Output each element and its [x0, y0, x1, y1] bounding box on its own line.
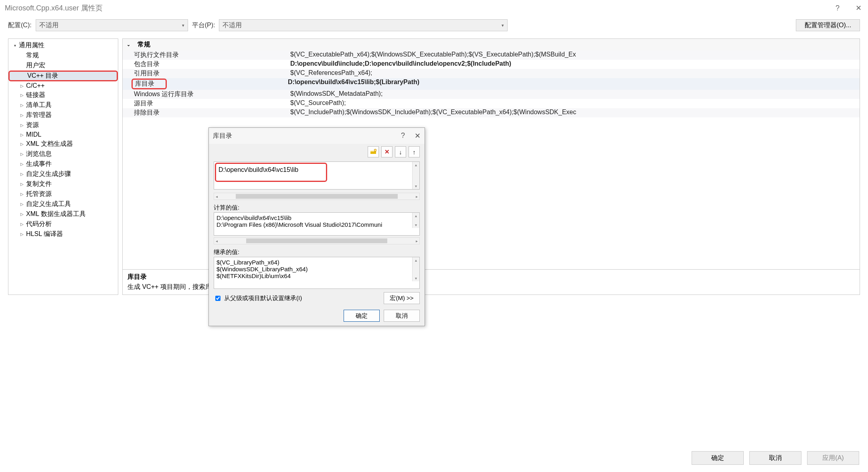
tree-root-label: 通用属性 — [19, 41, 45, 50]
inherit-row: 从父级或项目默认设置继承(I) 宏(M) >> — [214, 292, 420, 304]
inherited-line: $(WindowsSDK_LibraryPath_x64) — [216, 266, 417, 272]
tree-item-label: 复制文件 — [26, 180, 52, 188]
tree-item[interactable]: ▷HLSL 编译器 — [8, 229, 118, 239]
move-down-button[interactable]: ↓ — [395, 146, 406, 157]
config-value: 不适用 — [39, 21, 59, 30]
triangle-right-icon: ▷ — [20, 162, 24, 166]
modal-ok-button[interactable]: 确定 — [344, 310, 380, 322]
tree-item-label: 代码分析 — [26, 220, 52, 228]
close-icon[interactable]: ✕ — [854, 4, 863, 12]
modal-controls: ? ✕ — [401, 131, 421, 140]
close-icon[interactable]: ✕ — [415, 131, 421, 140]
tree-item[interactable]: ▷XML 文档生成器 — [8, 139, 118, 149]
scroll-thumb[interactable] — [236, 194, 397, 199]
inherited-label: 继承的值: — [214, 248, 420, 256]
tree-item[interactable]: ▷清单工具 — [8, 100, 118, 110]
grid-key: 包含目录 — [134, 60, 290, 69]
scroll-left-icon: ◂ — [216, 239, 218, 243]
delete-button[interactable]: ✕ — [381, 146, 393, 157]
tree-item-label: 自定义生成步骤 — [26, 170, 71, 178]
tree-item[interactable]: ▷链接器 — [8, 90, 118, 100]
tree-item[interactable]: ▷代码分析 — [8, 219, 118, 229]
help-icon[interactable]: ? — [401, 131, 405, 140]
tree-item[interactable]: ▷自定义生成步骤 — [8, 169, 118, 179]
tree-item[interactable]: ▷托管资源 — [8, 189, 118, 199]
tree-item[interactable]: ▷生成事件 — [8, 159, 118, 169]
tree-item[interactable]: ▷C/C++ — [8, 81, 118, 90]
tree-item[interactable]: 常规 — [8, 50, 118, 61]
triangle-right-icon: ▷ — [20, 222, 24, 226]
tree-item-label: XML 文档生成器 — [26, 140, 73, 148]
grid-value: $(VC_ReferencesPath_x64); — [290, 69, 860, 78]
tree-item-label: 托管资源 — [26, 190, 52, 198]
path-entry[interactable]: D:\opencv\build\x64\vc15\lib — [215, 163, 327, 182]
apply-button[interactable]: 应用(A) — [807, 451, 859, 465]
tree-root[interactable]: ▾ 通用属性 — [8, 40, 118, 50]
tree-item-label: 用户宏 — [26, 61, 45, 70]
tree-item[interactable]: ▷浏览信息 — [8, 149, 118, 159]
grid-row[interactable]: 引用目录$(VC_ReferencesPath_x64); — [123, 69, 860, 78]
tree-item[interactable]: ▷自定义生成工具 — [8, 199, 118, 209]
modal-cancel-button[interactable]: 取消 — [384, 310, 420, 322]
grid-row[interactable]: 可执行文件目录$(VC_ExecutablePath_x64);$(Window… — [123, 50, 860, 60]
grid-key: 可执行文件目录 — [134, 51, 290, 59]
grid-row[interactable]: 排除目录$(VC_IncludePath);$(WindowsSDK_Inclu… — [123, 108, 860, 117]
vertical-scrollbar[interactable]: ▴▾ — [412, 162, 419, 189]
move-up-button[interactable]: ↑ — [409, 146, 420, 157]
tree-item-label: 自定义生成工具 — [26, 200, 71, 208]
grid-row[interactable]: Windows 运行库目录$(WindowsSDK_MetadataPath); — [123, 90, 860, 99]
tree-item[interactable]: ▷复制文件 — [8, 179, 118, 189]
paths-listbox[interactable]: D:\opencv\build\x64\vc15\lib ▴▾ — [214, 161, 420, 190]
macro-button[interactable]: 宏(M) >> — [384, 292, 420, 304]
tree-item[interactable]: 用户宏 — [8, 61, 118, 71]
config-toolbar: 配置(C): 不适用 ▾ 平台(P): 不适用 ▾ 配置管理器(O)... — [0, 16, 868, 34]
content-area: ▾ 通用属性 常规用户宏VC++ 目录▷C/C++▷链接器▷清单工具▷库管理器▷… — [0, 34, 868, 295]
modal-toolbar: ✕ ↓ ↑ — [209, 144, 425, 160]
grid-row[interactable]: 库目录D:\opencv\build\x64\vc15\lib;$(Librar… — [123, 78, 860, 90]
tree-item-label: 浏览信息 — [26, 150, 52, 158]
help-icon[interactable]: ? — [833, 4, 842, 12]
scroll-down-icon: ▾ — [415, 184, 417, 188]
grid-row[interactable]: 包含目录D:\opencv\build\include;D:\opencv\bu… — [123, 60, 860, 69]
config-label: 配置(C): — [8, 21, 32, 30]
grid-key: 源目录 — [134, 99, 290, 108]
scroll-left-icon: ◂ — [216, 194, 218, 199]
scroll-thumb[interactable] — [246, 238, 388, 243]
vertical-scrollbar[interactable]: ▴▾ — [412, 213, 419, 228]
config-combo[interactable]: 不适用 ▾ — [36, 19, 188, 31]
platform-label: 平台(P): — [192, 21, 215, 30]
grid-section-header[interactable]: ⌄ 常规 — [123, 39, 860, 50]
triangle-right-icon: ▷ — [20, 103, 24, 107]
vertical-scrollbar[interactable]: ▴▾ — [412, 257, 419, 281]
triangle-down-icon: ▾ — [12, 43, 17, 48]
tree-item[interactable]: ▷XML 数据生成器工具 — [8, 209, 118, 219]
ok-button[interactable]: 确定 — [692, 451, 744, 465]
config-manager-button[interactable]: 配置管理器(O)... — [796, 19, 860, 31]
window-title: Microsoft.Cpp.x64.user 属性页 — [5, 3, 103, 13]
grid-row[interactable]: 源目录$(VC_SourcePath); — [123, 99, 860, 108]
tree-item[interactable]: ▷资源 — [8, 120, 118, 130]
tree-item[interactable]: VC++ 目录 — [8, 71, 118, 81]
cancel-button[interactable]: 取消 — [749, 451, 801, 465]
triangle-right-icon: ▷ — [20, 123, 24, 127]
tree-item[interactable]: ▷库管理器 — [8, 110, 118, 120]
platform-combo[interactable]: 不适用 ▾ — [219, 19, 508, 31]
triangle-right-icon: ▷ — [20, 93, 24, 97]
inherited-line: $(NETFXKitsDir)Lib\um\x64 — [216, 272, 417, 279]
horizontal-scrollbar[interactable]: ◂ ▸ — [214, 237, 420, 244]
horizontal-scrollbar[interactable]: ◂ ▸ — [214, 193, 420, 200]
modal-titlebar: 库目录 ? ✕ — [209, 128, 425, 144]
computed-label: 计算的值: — [214, 204, 420, 212]
tree-item[interactable]: ▷MIDL — [8, 130, 118, 139]
scroll-right-icon: ▸ — [416, 194, 418, 199]
svg-point-0 — [374, 149, 376, 151]
tree-item-label: 清单工具 — [26, 101, 52, 109]
inherit-label: 从父级或项目默认设置继承(I) — [224, 294, 302, 302]
window-controls: ? ✕ — [833, 4, 863, 12]
tree-item-label: VC++ 目录 — [27, 72, 58, 80]
tree-item-label: 常规 — [26, 51, 39, 60]
grid-key: Windows 运行库目录 — [134, 90, 290, 99]
new-line-button[interactable] — [368, 146, 379, 157]
inherit-checkbox[interactable] — [215, 296, 221, 301]
grid-value: $(VC_SourcePath); — [290, 99, 860, 108]
